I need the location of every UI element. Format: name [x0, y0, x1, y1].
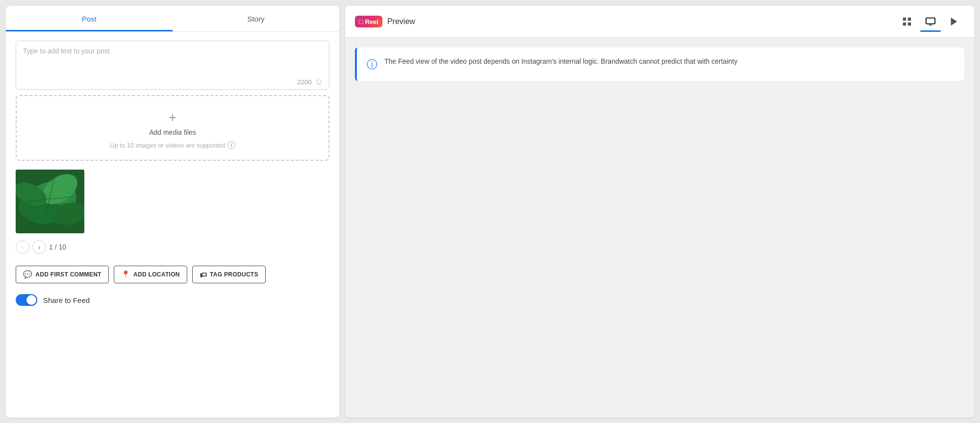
add-first-comment-button[interactable]: 💬 ADD FIRST COMMENT	[16, 266, 109, 283]
thumbnail-section: ‹ › 1 / 10	[16, 170, 329, 254]
preview-title: Preview	[387, 17, 897, 26]
share-to-feed-label: Share to Feed	[43, 296, 90, 304]
right-panel: □ Reel Preview	[345, 6, 974, 418]
tab-post[interactable]: Post	[6, 6, 173, 31]
info-box: ⓘ The Feed view of the video post depend…	[355, 48, 964, 81]
action-buttons: 💬 ADD FIRST COMMENT 📍 ADD LOCATION 🏷 TAG…	[16, 266, 329, 283]
svg-rect-10	[908, 18, 911, 21]
media-plus-icon: +	[26, 111, 319, 124]
add-location-button[interactable]: 📍 ADD LOCATION	[114, 266, 187, 283]
reel-badge: □ Reel	[355, 16, 382, 27]
tabs-bar: Post Story	[6, 6, 339, 32]
media-label: Add media files	[26, 128, 319, 136]
tag-products-button[interactable]: 🏷 TAG PRODUCTS	[192, 266, 266, 283]
media-info-icon[interactable]: i	[227, 141, 235, 149]
thumbnail-image	[16, 170, 84, 233]
share-to-feed-toggle[interactable]	[16, 294, 37, 306]
view-icons	[897, 11, 964, 32]
grid-view-button[interactable]	[897, 11, 917, 32]
instagram-icon: □	[359, 18, 363, 25]
pagination: ‹ › 1 / 10	[16, 240, 329, 254]
svg-rect-9	[903, 18, 906, 21]
left-panel: Post Story 2200 ☺ + Add media files Up t…	[6, 6, 339, 418]
next-page-button[interactable]: ›	[32, 240, 46, 254]
next-icon: ›	[38, 244, 40, 251]
svg-rect-12	[908, 23, 911, 25]
svg-rect-13	[926, 18, 935, 24]
desktop-view-button[interactable]	[920, 11, 941, 32]
svg-marker-16	[951, 18, 957, 26]
play-icon	[949, 16, 959, 27]
prev-page-button[interactable]: ‹	[16, 240, 29, 254]
toggle-knob	[26, 295, 36, 305]
comment-icon: 💬	[23, 270, 32, 279]
info-message: The Feed view of the video post depends …	[384, 56, 737, 67]
page-label: 1 / 10	[49, 243, 66, 251]
grid-icon	[902, 16, 912, 27]
prev-icon: ‹	[22, 244, 24, 251]
media-upload-area[interactable]: + Add media files Up to 10 images or vid…	[16, 95, 329, 161]
info-icon: ⓘ	[367, 57, 377, 72]
reel-view-button[interactable]	[944, 11, 964, 32]
media-sublabel: Up to 10 images or videos are supported …	[26, 141, 319, 149]
right-header: □ Reel Preview	[345, 6, 974, 38]
location-icon: 📍	[121, 270, 130, 279]
tab-story[interactable]: Story	[173, 6, 339, 31]
svg-rect-11	[903, 23, 906, 25]
tag-icon: 🏷	[200, 271, 207, 279]
post-textarea[interactable]	[16, 41, 329, 90]
desktop-icon	[925, 16, 936, 27]
left-body: 2200 ☺ + Add media files Up to 10 images…	[6, 32, 339, 315]
svg-rect-14	[929, 25, 932, 25]
share-row: Share to Feed	[16, 294, 329, 306]
